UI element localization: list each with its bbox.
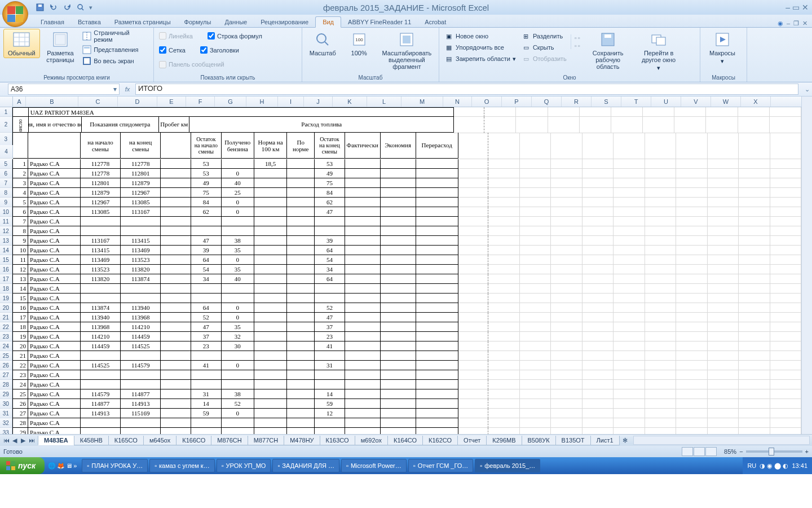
tray-icons[interactable]: ◑ ◉ ⬤ ◐ bbox=[760, 462, 788, 470]
wc-max-doc[interactable]: ▭ bbox=[792, 3, 800, 12]
cell[interactable] bbox=[254, 389, 287, 399]
cell[interactable] bbox=[287, 226, 315, 236]
cell[interactable] bbox=[254, 274, 287, 284]
cell[interactable] bbox=[676, 313, 707, 322]
cell[interactable]: 53 bbox=[191, 159, 222, 169]
cell[interactable]: 41 bbox=[191, 361, 222, 370]
cell[interactable] bbox=[708, 159, 739, 169]
cell[interactable] bbox=[520, 370, 551, 380]
cell[interactable] bbox=[551, 380, 582, 389]
cell[interactable] bbox=[222, 159, 254, 169]
cell[interactable] bbox=[287, 284, 315, 294]
cell[interactable] bbox=[770, 380, 801, 389]
cell[interactable] bbox=[488, 169, 519, 178]
cell[interactable]: 75 bbox=[315, 178, 345, 188]
cell[interactable] bbox=[520, 226, 551, 236]
cell[interactable] bbox=[287, 294, 315, 303]
row-header[interactable]: 1 bbox=[0, 107, 12, 117]
cell[interactable] bbox=[381, 159, 416, 169]
sheet-tab[interactable]: К166СО bbox=[176, 436, 211, 445]
cell[interactable] bbox=[770, 236, 801, 246]
cell[interactable] bbox=[287, 428, 315, 434]
cell[interactable]: Радько С.А bbox=[28, 351, 81, 361]
cell[interactable] bbox=[520, 236, 551, 246]
row-header[interactable]: 25 bbox=[0, 351, 12, 361]
cell[interactable] bbox=[458, 351, 489, 361]
cell[interactable] bbox=[458, 399, 489, 409]
cell[interactable] bbox=[520, 303, 551, 313]
cell[interactable] bbox=[676, 380, 707, 389]
win-split[interactable]: ⊞Разделить bbox=[520, 31, 568, 41]
cell[interactable] bbox=[708, 207, 739, 217]
qat-redo[interactable] bbox=[61, 1, 73, 14]
cell[interactable]: 35 bbox=[222, 246, 254, 255]
cell[interactable] bbox=[614, 341, 645, 351]
cell[interactable] bbox=[739, 217, 770, 226]
cell[interactable]: Радько С.А bbox=[28, 284, 81, 294]
cell[interactable]: 113940 bbox=[121, 303, 161, 313]
cell[interactable] bbox=[345, 226, 381, 236]
row-header[interactable]: 8 bbox=[0, 188, 12, 198]
cell[interactable] bbox=[708, 409, 739, 418]
cell[interactable] bbox=[416, 418, 458, 428]
cell[interactable]: 114877 bbox=[81, 399, 121, 409]
cell[interactable] bbox=[614, 274, 645, 284]
cell[interactable] bbox=[381, 198, 416, 207]
cell[interactable] bbox=[488, 428, 519, 434]
cell[interactable] bbox=[161, 169, 191, 178]
cell[interactable] bbox=[676, 178, 707, 188]
cell[interactable] bbox=[770, 332, 801, 341]
cell[interactable]: Радько С.А bbox=[28, 217, 81, 226]
cell[interactable] bbox=[458, 322, 489, 332]
cell[interactable] bbox=[416, 188, 458, 198]
cell[interactable] bbox=[254, 399, 287, 409]
cell[interactable]: 35 bbox=[222, 265, 254, 274]
cell[interactable]: 18,5 bbox=[254, 159, 287, 169]
cell[interactable] bbox=[645, 226, 676, 236]
cell[interactable] bbox=[287, 370, 315, 380]
taskbar-item[interactable]: ▫февраль 2015_… bbox=[475, 459, 540, 472]
cell[interactable]: 64 bbox=[191, 255, 222, 265]
cell[interactable] bbox=[287, 313, 315, 322]
cell[interactable] bbox=[520, 399, 551, 409]
cell[interactable]: 49 bbox=[191, 178, 222, 188]
help-icon[interactable]: ◉ bbox=[778, 20, 783, 27]
cell[interactable] bbox=[770, 313, 801, 322]
cell[interactable] bbox=[645, 332, 676, 341]
cell[interactable] bbox=[770, 361, 801, 370]
cell[interactable] bbox=[520, 409, 551, 418]
cell[interactable] bbox=[488, 255, 519, 265]
cell[interactable] bbox=[708, 274, 739, 284]
cell[interactable] bbox=[708, 178, 739, 188]
col-header[interactable]: D bbox=[118, 97, 157, 107]
cell[interactable]: Радько С.А bbox=[28, 294, 81, 303]
cell[interactable] bbox=[254, 409, 287, 418]
cell[interactable]: 114913 bbox=[81, 409, 121, 418]
cell[interactable] bbox=[582, 207, 614, 217]
qat-undo[interactable] bbox=[47, 1, 60, 14]
cell[interactable]: 113469 bbox=[81, 255, 121, 265]
cell[interactable] bbox=[708, 341, 739, 351]
cell[interactable] bbox=[708, 284, 739, 294]
cell[interactable]: 38 bbox=[222, 236, 254, 246]
cell[interactable] bbox=[161, 246, 191, 255]
sheet-tab[interactable]: К458НВ bbox=[74, 436, 109, 445]
cell[interactable] bbox=[708, 428, 739, 434]
taskbar-item[interactable]: ▫УРОК УП_МО bbox=[217, 459, 271, 472]
cell[interactable]: 53 bbox=[191, 169, 222, 178]
zoom-out[interactable]: − bbox=[739, 448, 743, 455]
cell[interactable] bbox=[161, 236, 191, 246]
cell[interactable] bbox=[739, 178, 770, 188]
cell[interactable] bbox=[739, 274, 770, 284]
cell[interactable] bbox=[161, 284, 191, 294]
col-header[interactable]: K bbox=[333, 97, 367, 107]
cell[interactable] bbox=[222, 351, 254, 361]
cell[interactable] bbox=[345, 169, 381, 178]
cell[interactable] bbox=[582, 198, 614, 207]
cell[interactable] bbox=[161, 389, 191, 399]
col-header[interactable]: S bbox=[592, 97, 621, 107]
cell[interactable] bbox=[416, 284, 458, 294]
ribbon-tab[interactable]: Рецензирование bbox=[254, 17, 315, 27]
cell[interactable]: Радько С.А bbox=[28, 255, 81, 265]
cell[interactable] bbox=[416, 246, 458, 255]
